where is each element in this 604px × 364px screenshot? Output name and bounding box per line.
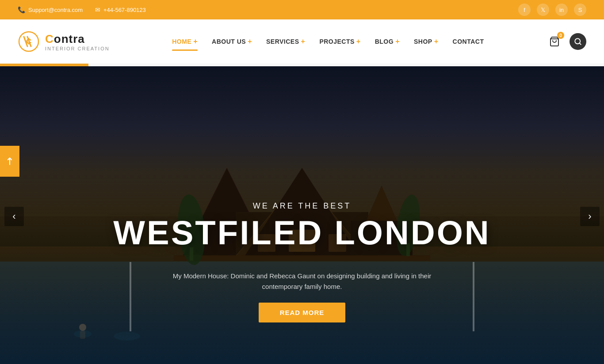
topbar: 📞 Support@contra.com ✉ +44-567-890123 f … [0, 0, 604, 19]
logo-subtitle: Interior Creation [45, 46, 110, 51]
nav-contact[interactable]: CONTACT [447, 34, 490, 49]
logo-name: Contra [45, 32, 110, 46]
hero-description-box: My Modern House: Dominic and Rebecca Gau… [130, 262, 474, 331]
logo[interactable]: ¢ Contra Interior Creation [18, 30, 110, 53]
email-icon: ✉ [95, 6, 100, 13]
cart-badge: 0 [557, 32, 564, 39]
topbar-social: f 𝕏 in S [518, 4, 586, 16]
hero-prev-button[interactable]: ‹ [4, 207, 24, 226]
main-nav: HOME + ABOUT US + SERVICES + PROJECTS + … [166, 34, 490, 49]
hero-subtitle: WE ARE THE BEST [253, 201, 352, 211]
nav-about[interactable]: ABOUT US + [206, 34, 258, 49]
nav-shop[interactable]: SHOP + [408, 34, 445, 49]
topbar-email: 📞 Support@contra.com [18, 6, 83, 13]
logo-icon: ¢ [18, 30, 40, 53]
header-icons: 0 [547, 33, 586, 50]
hero-next-button[interactable]: › [580, 207, 600, 226]
nav-blog[interactable]: BLOG + [369, 34, 406, 49]
hero-description: My Modern House: Dominic and Rebecca Gau… [158, 271, 446, 292]
read-more-button[interactable]: Read More [259, 303, 346, 322]
nav-services[interactable]: SERVICES + [260, 34, 311, 49]
topbar-phone: ✉ +44-567-890123 [95, 6, 146, 13]
facebook-icon[interactable]: f [518, 4, 531, 16]
topbar-email-text: Support@contra.com [28, 7, 83, 13]
logo-text: Contra Interior Creation [45, 32, 110, 51]
search-button[interactable] [570, 33, 586, 50]
hero-slider: ‹ › WE ARE THE BEST WESTFILED LONDON My … [0, 66, 604, 364]
svg-line-6 [579, 43, 581, 44]
hero-side-tab[interactable] [0, 146, 19, 177]
header: ¢ Contra Interior Creation HOME + ABOUT … [0, 19, 604, 64]
skype-icon[interactable]: S [574, 4, 586, 16]
phone-icon: 📞 [18, 6, 25, 13]
cart-button[interactable]: 0 [547, 34, 562, 49]
nav-projects[interactable]: PROJECTS + [313, 34, 367, 49]
twitter-icon[interactable]: 𝕏 [537, 4, 549, 16]
topbar-left: 📞 Support@contra.com ✉ +44-567-890123 [18, 6, 146, 13]
linkedin-icon[interactable]: in [555, 4, 568, 16]
hero-title: WESTFILED LONDON [113, 216, 491, 250]
nav-home[interactable]: HOME + [166, 34, 204, 49]
topbar-phone-text: +44-567-890123 [103, 7, 146, 13]
